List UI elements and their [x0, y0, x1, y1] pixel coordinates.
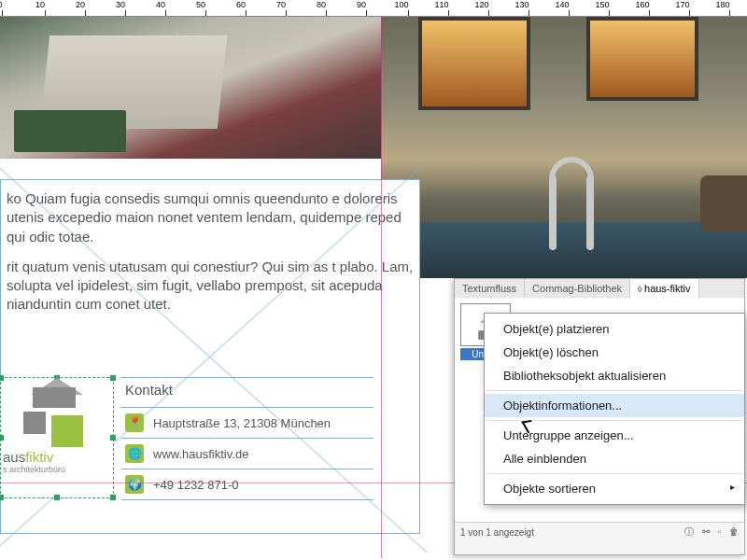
ruler-tick: 80 — [321, 0, 331, 16]
ruler-tick: 170 — [683, 0, 697, 16]
guide-vertical[interactable] — [381, 17, 382, 558]
ruler-tick: 150 — [602, 0, 616, 16]
menu-item[interactable]: Objektinformationen... — [485, 394, 744, 417]
menu-item[interactable]: Objekt(e) platzieren — [485, 317, 744, 341]
menu-item[interactable]: Untergruppe anzeigen... — [485, 424, 744, 447]
logo-frame-selected[interactable]: ausfiktiv s architekturbüro — [0, 377, 114, 498]
logo-subtitle: s architekturbüro — [1, 465, 113, 474]
placed-image-right[interactable] — [381, 17, 747, 278]
menu-separator — [486, 390, 742, 391]
ruler-tick: 140 — [562, 0, 576, 16]
ruler-tick: 0 — [0, 0, 5, 16]
ruler-tick: 50 — [201, 0, 210, 16]
ruler-horizontal[interactable]: 0102030405060708090100110120130140150160… — [0, 0, 747, 17]
ruler-tick: 160 — [642, 0, 656, 16]
library-tabs[interactable]: Textumfluss Commag-Bibliothek haus-fikti… — [455, 279, 744, 298]
ruler-tick: 100 — [402, 0, 416, 16]
contact-row-web: 🌐 www.hausfiktiv.de — [121, 439, 374, 469]
menu-item[interactable]: Alle einblenden — [485, 447, 744, 470]
placed-image-top[interactable] — [0, 17, 381, 159]
ruler-tick: 180 — [723, 0, 737, 16]
contact-heading: Kontakt — [121, 378, 374, 408]
menu-separator — [486, 420, 742, 421]
library-trash-icon[interactable]: 🗑 — [729, 526, 739, 537]
ruler-tick: 20 — [80, 0, 90, 16]
library-info-icon[interactable]: ⓘ — [684, 526, 694, 537]
contact-row-address: 📍 Hauptstraße 13, 21308 München — [121, 408, 374, 439]
ruler-tick: 10 — [40, 0, 49, 16]
logo-icon — [23, 387, 91, 443]
tab-textumfluss[interactable]: Textumfluss — [455, 279, 525, 298]
paragraph: ko Quiam fugia consedis sumqui omnis que… — [7, 189, 414, 246]
logo-text: ausfiktiv — [1, 449, 113, 465]
ruler-tick: 90 — [361, 0, 371, 16]
library-statusbar: 1 von 1 angezeigt ⓘ ⚯ ▫ 🗑 — [455, 522, 744, 541]
menu-separator — [486, 473, 742, 474]
tab-commag-bibliothek[interactable]: Commag-Bibliothek — [525, 279, 630, 298]
ruler-tick: 130 — [522, 0, 536, 16]
ruler-tick: 70 — [281, 0, 290, 16]
menu-item[interactable]: Bibliotheksobjekt aktualisieren — [485, 364, 744, 387]
globe-icon: 🌐 — [125, 444, 144, 463]
ruler-tick: 110 — [442, 0, 456, 16]
menu-item[interactable]: Objekt(e) löschen — [485, 341, 744, 364]
ruler-tick: 60 — [241, 0, 250, 16]
library-status-text: 1 von 1 angezeigt — [460, 527, 534, 538]
ruler-tick: 40 — [161, 0, 170, 16]
tab-haus-fiktiv[interactable]: haus-fiktiv — [630, 279, 698, 298]
phone-icon: 🌍 — [125, 475, 144, 494]
pin-icon: 📍 — [125, 413, 144, 432]
paragraph: rit quatum venis utatusam qui conestiur?… — [7, 258, 414, 315]
contact-row-phone: 🌍 +49 1232 871-0 — [121, 469, 374, 500]
context-menu[interactable]: Objekt(e) platzierenObjekt(e) löschenBib… — [484, 313, 745, 505]
menu-item[interactable]: Objekte sortieren — [485, 477, 744, 500]
library-link-icon[interactable]: ⚯ — [702, 526, 710, 537]
ruler-tick: 120 — [482, 0, 496, 16]
ruler-tick: 30 — [120, 0, 130, 16]
library-new-icon[interactable]: ▫ — [718, 526, 722, 537]
